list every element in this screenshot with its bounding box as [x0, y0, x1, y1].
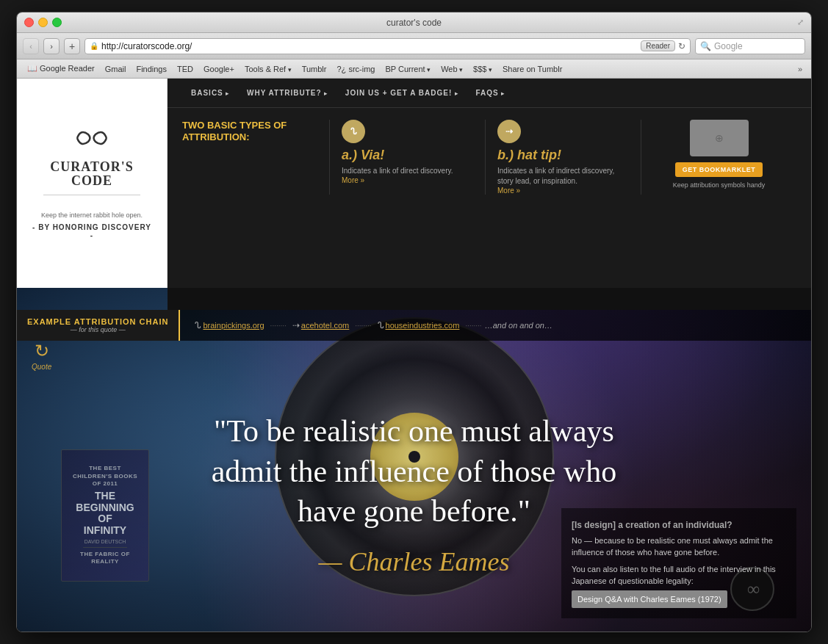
resize-icon: ⤢: [797, 18, 804, 27]
chain-dots-2: ········: [352, 322, 374, 330]
browser-window: curator's code ⤢ ‹ › + 🔒 http://curators…: [16, 12, 812, 632]
forward-button[interactable]: ›: [43, 38, 60, 54]
quote-reload-icon[interactable]: ↻: [35, 341, 49, 361]
search-icon: 🔍: [700, 41, 711, 51]
separator-content: [168, 288, 811, 310]
reader-button[interactable]: Reader: [641, 40, 675, 51]
attribution-chain: EXAMPLE ATTRIBUTION CHAIN — for this quo…: [17, 310, 811, 341]
add-tab-button[interactable]: +: [64, 38, 80, 54]
via-icon: ᔐ: [350, 126, 357, 137]
site-separator: [168, 288, 811, 310]
bookmark-ted[interactable]: TED: [173, 63, 198, 75]
bookmark-tumblr[interactable]: Tumblr: [298, 63, 331, 75]
bookmark-web[interactable]: Web: [436, 63, 467, 75]
info-extra: You can also listen to the full audio of…: [572, 563, 786, 587]
bookmarks-bar: 📖 Google Reader Gmail Findings TED Googl…: [17, 59, 811, 79]
chain-link-3[interactable]: houseindustries.com: [386, 321, 460, 330]
quote-icon-label: Quote: [32, 363, 51, 371]
bookmark-money[interactable]: $$$: [469, 63, 497, 75]
attr-via-section: ᔐ a.) Via! Indicates a link of direct di…: [329, 120, 485, 195]
bookmarks-more[interactable]: »: [795, 63, 805, 75]
chain-link-2[interactable]: acehotel.com: [301, 321, 349, 330]
bookmark-bp-current[interactable]: BP Current: [381, 63, 435, 75]
bookmark-google-plus[interactable]: Google+: [199, 63, 239, 75]
chain-label-sub: — for this quote —: [27, 326, 168, 333]
chain-item-1: ᔐ brainpickings.org: [195, 320, 264, 330]
bookmark-reader[interactable]: 📖 Google Reader: [23, 62, 99, 75]
nav-basics[interactable]: BASICS: [182, 86, 238, 100]
ht-icon: ⇢: [505, 126, 513, 137]
refresh-button[interactable]: ↻: [678, 41, 685, 51]
bookmarklet-img: ⊕: [690, 120, 749, 156]
chain-symbol-3: ᔐ: [378, 320, 384, 330]
nav-faqs[interactable]: FAQS: [467, 86, 514, 100]
get-bookmarklet-button[interactable]: GET BOOKMARKLET: [675, 162, 763, 177]
bookmark-tools-ref[interactable]: Tools & Ref: [240, 63, 296, 75]
browser-content: THE BEST CHILDREN'S BOOKS OF 2011 THEBEG…: [17, 79, 811, 632]
chain-item-3: ᔐ houseindustries.com: [378, 320, 460, 330]
info-link-box[interactable]: Design Q&A with Charles Eames (1972): [572, 590, 727, 609]
attr-types: TWO BASIC TYPES of ATTRIBUTION:: [182, 120, 329, 195]
back-button[interactable]: ‹: [23, 38, 39, 54]
nav-why-attribute[interactable]: WHY ATTRIBUTE?: [238, 86, 336, 100]
content-panel: BASICS WHY ATTRIBUTE? JOIN US + GET A BA…: [168, 79, 811, 288]
info-link[interactable]: Design Q&A with Charles Eames (1972): [577, 595, 721, 604]
logo-tagline: - BY HONORING DISCOVERY -: [32, 223, 152, 239]
chain-dots-1: ········: [267, 322, 289, 330]
info-answer: No — because to be realistic one must al…: [572, 535, 786, 559]
attribution-grid: TWO BASIC TYPES of ATTRIBUTION: ᔐ a.) Vi…: [168, 108, 811, 206]
chain-item-4: …and on and on…: [485, 321, 552, 330]
chain-link-1[interactable]: brainpickings.org: [203, 321, 264, 330]
window-title: curator's code: [386, 18, 442, 28]
close-button[interactable]: [24, 18, 34, 27]
bookmark-gmail[interactable]: Gmail: [101, 63, 131, 75]
logo-title: Curator's Code: [32, 160, 152, 189]
search-placeholder: Google: [714, 41, 743, 51]
nav-join[interactable]: JOIN US + GET A BADGE!: [336, 86, 467, 100]
logo-subtitle: Keep the internet rabbit hole open.: [41, 210, 143, 220]
logo-divider: [43, 195, 140, 195]
via-label: a.) Via!: [342, 148, 473, 163]
bookmark-findings[interactable]: Findings: [132, 63, 171, 75]
url-text: http://curatorscode.org/: [101, 41, 638, 51]
chain-dots-3: ········: [462, 322, 484, 330]
chain-items: ᔐ brainpickings.org ········ ⇢ acehotel.…: [180, 320, 811, 330]
ht-more[interactable]: More »: [497, 187, 629, 195]
browser-toolbar: ‹ › + 🔒 http://curatorscode.org/ Reader …: [17, 33, 811, 59]
maximize-button[interactable]: [52, 18, 62, 27]
quote-author: — Charles Eames: [319, 546, 510, 577]
info-text: [Is design] a creation of an individual?…: [572, 518, 786, 609]
site-nav: BASICS WHY ATTRIBUTE? JOIN US + GET A BA…: [168, 79, 811, 108]
site-header: Curator's Code Keep the internet rabbit …: [17, 79, 811, 288]
attr-types-title: TWO BASIC TYPES of ATTRIBUTION:: [182, 120, 314, 142]
logo-panel: Curator's Code Keep the internet rabbit …: [17, 79, 168, 288]
bookmarklet-desc: Keep attribution symbols handy: [673, 181, 766, 189]
chain-item-2: ⇢ acehotel.com: [292, 320, 349, 330]
traffic-lights: [24, 18, 62, 27]
via-more[interactable]: More »: [342, 176, 473, 184]
attr-ht-section: ⇢ b.) hat tip! Indicates a link of indir…: [485, 120, 641, 195]
attr-bookmarklet: ⊕ GET BOOKMARKLET Keep attribution symbo…: [641, 120, 796, 195]
url-bar[interactable]: 🔒 http://curatorscode.org/ Reader ↻: [84, 38, 691, 54]
ht-symbol: ⇢: [497, 120, 521, 143]
quote-icon-area: ↻ Quote: [32, 341, 51, 371]
chain-label-main: EXAMPLE ATTRIBUTION CHAIN: [27, 317, 168, 326]
chain-symbol-2: ⇢: [292, 320, 300, 330]
bookmark-share-tumblr[interactable]: Share on Tumblr: [498, 63, 566, 75]
ht-label: b.) hat tip!: [497, 148, 629, 163]
ht-desc: Indicates a link of indirect discovery, …: [497, 166, 629, 187]
logo-symbol: [73, 127, 110, 154]
info-question: [Is design] a creation of an individual?: [572, 518, 786, 532]
chain-label: EXAMPLE ATTRIBUTION CHAIN — for this quo…: [17, 310, 180, 341]
title-bar: curator's code ⤢: [17, 12, 811, 33]
minimize-button[interactable]: [38, 18, 48, 27]
reader-icon: 📖: [27, 64, 37, 73]
bookmark-src-img[interactable]: ?¿ src-img: [332, 63, 379, 75]
via-symbol: ᔐ: [342, 120, 365, 143]
info-panel: [Is design] a creation of an individual?…: [561, 508, 796, 619]
search-bar[interactable]: 🔍 Google: [695, 38, 805, 54]
via-desc: Indicates a link of direct discovery.: [342, 166, 473, 176]
chain-symbol-1: ᔐ: [195, 320, 201, 330]
url-icon: 🔒: [90, 42, 98, 50]
